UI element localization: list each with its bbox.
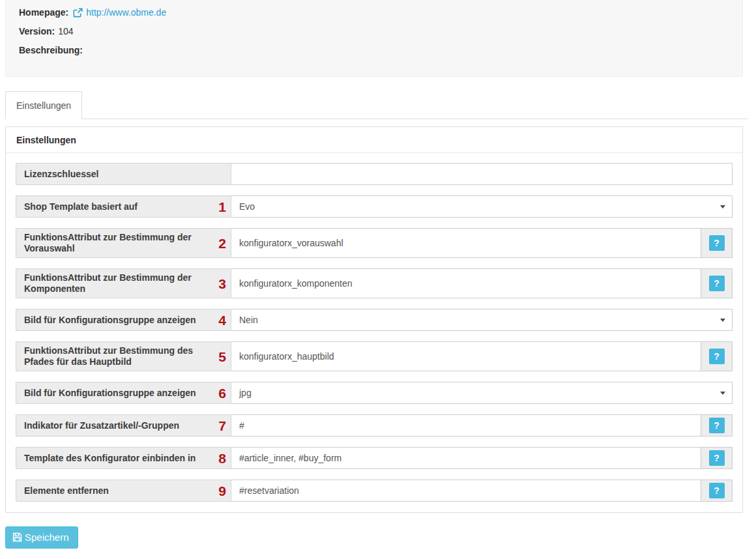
setting-label-cell: Indikator für Zusatzartikel/-Gruppen 7: [16, 414, 231, 437]
save-button[interactable]: Speichern: [5, 526, 78, 549]
setting-row: Elemente entfernen 9 ?: [16, 480, 733, 502]
help-addon-cell: ?: [701, 341, 733, 371]
setting-label: Template des Konfigurator einbinden in: [24, 453, 213, 464]
setting-step-number: 2: [218, 236, 226, 250]
setting-row: FunktionsAttribut zur Bestimmung der Kom…: [16, 268, 733, 298]
setting-step-number: 5: [218, 350, 226, 364]
tab-einstellungen[interactable]: Einstellungen: [5, 91, 82, 119]
setting-select-value: Nein: [239, 315, 258, 325]
setting-text-input[interactable]: [231, 268, 701, 298]
setting-label: Bild für Konfigurationsgruppe anzeigen: [24, 388, 213, 399]
setting-label: FunktionsAttribut zur Bestimmung des Pfa…: [24, 345, 213, 367]
homepage-label: Homepage:: [19, 7, 68, 18]
help-button[interactable]: ?: [709, 349, 725, 364]
setting-row: Template des Konfigurator einbinden in 8…: [16, 447, 733, 469]
setting-select[interactable]: jpg: [231, 382, 733, 404]
setting-label-cell: Template des Konfigurator einbinden in 8: [16, 447, 231, 469]
setting-select[interactable]: Evo: [231, 195, 733, 218]
help-button[interactable]: ?: [709, 483, 725, 498]
help-addon-cell: ?: [701, 268, 733, 298]
setting-step-number: 9: [218, 484, 226, 498]
help-button[interactable]: ?: [709, 276, 725, 291]
setting-text-input[interactable]: [231, 414, 701, 437]
setting-label-cell: Shop Template basiert auf 1: [16, 195, 231, 218]
version-label: Version:: [19, 26, 55, 36]
setting-label: Indikator für Zusatzartikel/-Gruppen: [24, 420, 213, 431]
plugin-meta-box: Homepage: http://www.obme.de Version: 10…: [5, 0, 743, 77]
setting-step-number: 7: [218, 419, 226, 433]
chevron-down-icon: [720, 392, 725, 395]
setting-row: Indikator für Zusatzartikel/-Gruppen 7 ?: [16, 414, 733, 437]
setting-row: Bild für Konfigurationsgruppe anzeigen 4…: [16, 309, 733, 331]
setting-row: Lizenzschluessel: [16, 163, 733, 185]
version-line: Version: 104: [19, 26, 729, 36]
description-line: Beschreibung:: [19, 45, 729, 55]
setting-text-input[interactable]: [231, 480, 701, 502]
setting-label-cell: FunktionsAttribut zur Bestimmung des Pfa…: [16, 341, 231, 371]
help-button[interactable]: ?: [709, 418, 725, 433]
external-link-icon: [73, 8, 83, 18]
settings-rows: Lizenzschluessel Shop Template basiert a…: [6, 153, 742, 512]
setting-label-cell: Elemente entfernen 9: [16, 480, 231, 502]
setting-step-number: 8: [218, 452, 226, 465]
homepage-line: Homepage: http://www.obme.de: [19, 7, 729, 18]
setting-text-input[interactable]: [231, 163, 733, 185]
setting-label: FunktionsAttribut zur Bestimmung der Vor…: [24, 232, 213, 254]
save-button-label: Speichern: [25, 532, 69, 543]
setting-label: Elemente entfernen: [24, 485, 213, 496]
setting-text-input[interactable]: [231, 447, 701, 469]
setting-label-cell: FunktionsAttribut zur Bestimmung der Kom…: [16, 268, 231, 298]
setting-label: FunktionsAttribut zur Bestimmung der Kom…: [24, 272, 213, 294]
setting-select[interactable]: Nein: [231, 309, 733, 331]
setting-step-number: 6: [218, 386, 226, 400]
setting-row: FunktionsAttribut zur Bestimmung der Vor…: [16, 228, 733, 258]
setting-select-value: jpg: [239, 388, 252, 398]
setting-label: Shop Template basiert auf: [24, 201, 213, 212]
setting-text-input[interactable]: [231, 341, 701, 371]
setting-step-number: 3: [218, 277, 226, 291]
help-addon-cell: ?: [701, 414, 733, 437]
setting-label: Lizenzschluessel: [24, 169, 221, 180]
help-addon-cell: ?: [701, 447, 733, 469]
description-label: Beschreibung:: [19, 45, 83, 55]
help-addon-cell: ?: [701, 228, 733, 258]
setting-label-cell: Bild für Konfigurationsgruppe anzeigen 6: [16, 382, 231, 404]
setting-select-value: Evo: [239, 201, 255, 212]
help-button[interactable]: ?: [709, 450, 725, 466]
setting-text-input[interactable]: [231, 228, 701, 258]
chevron-down-icon: [720, 205, 725, 208]
setting-row: FunktionsAttribut zur Bestimmung des Pfa…: [16, 341, 733, 371]
settings-panel: Einstellungen Lizenzschluessel Shop Temp…: [5, 126, 743, 513]
setting-label: Bild für Konfigurationsgruppe anzeigen: [24, 315, 213, 326]
panel-title: Einstellungen: [6, 127, 742, 153]
help-addon-cell: ?: [701, 480, 733, 502]
setting-step-number: 4: [218, 313, 226, 327]
setting-label-cell: Bild für Konfigurationsgruppe anzeigen 4: [16, 309, 231, 331]
homepage-link[interactable]: http://www.obme.de: [86, 7, 166, 18]
setting-row: Shop Template basiert auf 1 Evo: [16, 195, 733, 218]
save-icon: [12, 532, 22, 542]
tab-bar: Einstellungen: [5, 91, 748, 119]
setting-label-cell: Lizenzschluessel: [16, 163, 231, 185]
setting-row: Bild für Konfigurationsgruppe anzeigen 6…: [16, 382, 733, 404]
chevron-down-icon: [720, 319, 725, 322]
setting-step-number: 1: [218, 200, 226, 214]
help-button[interactable]: ?: [709, 235, 725, 251]
setting-label-cell: FunktionsAttribut zur Bestimmung der Vor…: [16, 228, 231, 258]
version-value: 104: [58, 26, 73, 36]
